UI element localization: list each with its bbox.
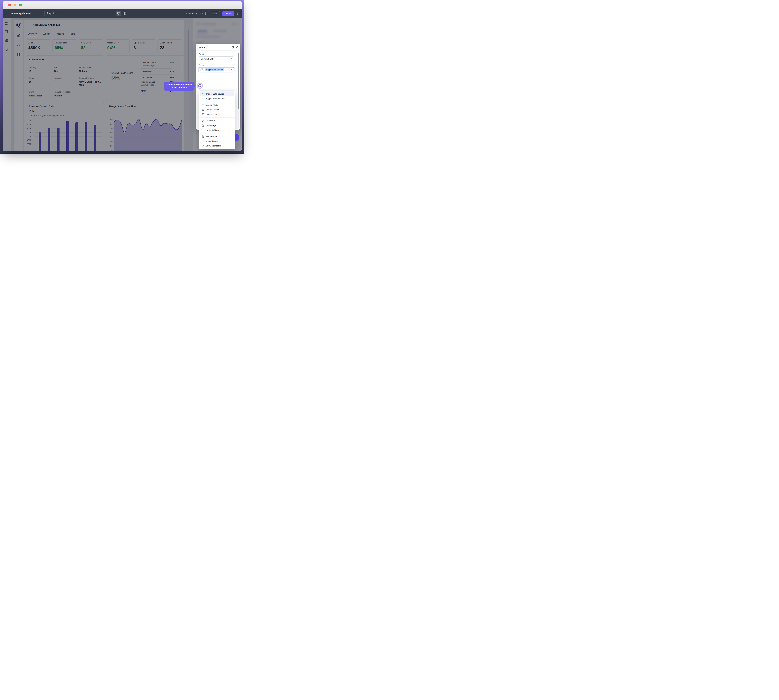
menu-item-import-objects[interactable]: Import Objects	[200, 139, 234, 143]
delete-event-icon[interactable]	[232, 46, 234, 48]
menu-item-label: Go to Page	[206, 124, 216, 127]
svg-text:( ): ( )	[202, 136, 203, 137]
topbar-divider	[44, 12, 45, 16]
mobile-view-button[interactable]	[123, 11, 128, 16]
braces-icon: {×}	[201, 97, 204, 100]
menu-item-trigger-data-source[interactable]: Trigger Data Source	[200, 92, 234, 96]
menu-item-label: Trigger Data Source	[206, 93, 224, 95]
zoom-window-button[interactable]	[19, 3, 22, 7]
desktop-background: ← Acme Application Page 1 100%	[0, 0, 244, 153]
form-icon	[201, 113, 204, 115]
menu-item-label: Trigger Block Method	[206, 97, 225, 100]
zoom-level-value: 100%	[186, 12, 191, 15]
desktop-icon	[117, 12, 120, 15]
modal-icon	[201, 103, 204, 106]
menu-item-navigate-back[interactable]: Navigate Back	[200, 128, 234, 132]
bolt-icon	[200, 68, 203, 71]
menu-item-label: Submit Form	[206, 113, 217, 115]
chevron-down-icon	[192, 13, 194, 14]
menu-item-trigger-block-method[interactable]: {×}Trigger Block Method	[200, 96, 234, 101]
action-select[interactable]: Trigger Data Source	[199, 67, 234, 72]
window-titlebar	[3, 1, 241, 9]
menu-item-show-notification[interactable]: Show Notification	[200, 143, 234, 148]
coach-tooltip: Define Action that should occur on Event	[164, 82, 194, 91]
variable-icon: ( )	[201, 135, 204, 138]
chevron-down-icon	[230, 58, 232, 59]
topbar-right-tools: 100% ↶ ↷ Save Publish ⋮	[186, 9, 239, 18]
save-button[interactable]: Save	[210, 11, 220, 16]
event-popup-title: Event	[199, 46, 205, 48]
page-icon	[201, 124, 204, 127]
action-field-label: Action	[199, 64, 204, 66]
more-options-button[interactable]: ⋮	[236, 12, 239, 15]
import-icon	[201, 140, 204, 142]
menu-item-control-modal[interactable]: Control Modal	[200, 103, 234, 107]
mobile-icon	[124, 12, 126, 15]
drawer-icon	[201, 108, 204, 111]
bell-icon	[201, 145, 204, 147]
desktop-view-button[interactable]	[116, 11, 121, 16]
menu-item-label: Control Modal	[206, 104, 218, 106]
chevron-down-icon	[230, 69, 232, 70]
close-icon[interactable]	[236, 46, 238, 48]
menu-item-control-drawer[interactable]: Control Drawer	[200, 107, 234, 112]
builder-topbar: ← Acme Application Page 1 100%	[3, 9, 241, 18]
event-select[interactable]: On Value Click	[199, 57, 234, 61]
page-selector-label: Page 1	[47, 12, 54, 15]
undo-button[interactable]: ↶	[196, 12, 198, 15]
menu-item-label: Go to URL	[206, 120, 215, 122]
close-window-button[interactable]	[8, 3, 11, 7]
menu-item-go-to-url[interactable]: Go to URL	[200, 118, 234, 123]
page-selector[interactable]: Page 1	[47, 12, 57, 15]
run-preview-button[interactable]	[205, 12, 208, 15]
action-dropdown-menu: Trigger Data Source{×}Trigger Block Meth…	[199, 90, 235, 149]
back-arrow-icon[interactable]: ←	[7, 12, 10, 15]
action-select-value: Trigger Data Source	[205, 68, 224, 71]
minimize-window-button[interactable]	[13, 3, 17, 7]
menu-item-label: Show Notification	[206, 145, 221, 147]
event-select-value: On Value Click	[201, 58, 214, 60]
workspace: ← Account 360 / Allen Ltd OverviewSuppor…	[3, 18, 241, 151]
menu-item-submit-form[interactable]: Submit Form	[200, 112, 234, 117]
menu-item-go-to-page[interactable]: Go to Page	[200, 123, 234, 128]
menu-item-label: Set Variable	[206, 135, 217, 138]
menu-divider	[199, 102, 235, 102]
zoom-level-select[interactable]: 100%	[186, 12, 194, 15]
redo-button[interactable]: ↷	[200, 12, 203, 15]
cursor-click-indicator	[197, 83, 203, 89]
link-icon	[201, 119, 204, 122]
app-name: Acme Application	[11, 12, 31, 15]
event-field-label: Event	[199, 53, 204, 55]
menu-item-label: Control Drawer	[206, 108, 220, 111]
menu-item-label: Import Objects	[206, 140, 219, 142]
chevron-left-icon	[201, 129, 204, 131]
menu-item-label: Navigate Back	[206, 129, 219, 131]
bolt-icon	[201, 93, 204, 95]
popup-scrollbar-thumb[interactable]	[238, 53, 239, 109]
menu-item-set-variable[interactable]: ( )Set Variable	[200, 134, 234, 139]
device-toggle	[116, 11, 128, 16]
chevron-down-icon	[55, 13, 57, 14]
publish-button[interactable]: Publish	[222, 11, 234, 16]
app-window: ← Acme Application Page 1 100%	[3, 1, 241, 151]
